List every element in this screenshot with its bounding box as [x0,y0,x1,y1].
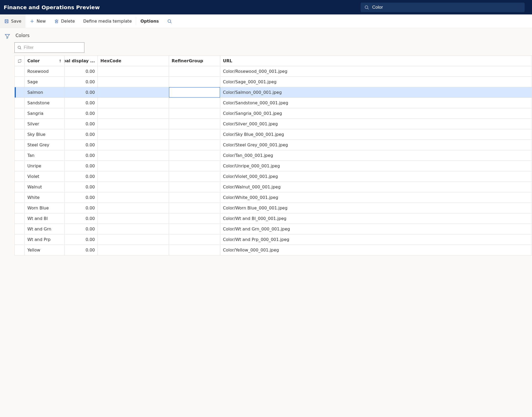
global-search-input[interactable] [372,5,521,10]
cell-refinergroup[interactable] [169,213,220,224]
cell-color[interactable]: Sky Blue [25,129,65,140]
cell-hexcode[interactable] [98,203,169,213]
table-row[interactable]: Violet0.00Color/Violet_000_001.jpeg [15,171,532,182]
cell-color[interactable]: White [25,192,65,203]
table-row[interactable]: Wt and Prp0.00Color/Wt and Prp_000_001.j… [15,234,532,245]
cell-hexcode[interactable] [98,119,169,129]
cell-url[interactable]: Color/Silver_000_001.jpeg [220,119,532,129]
row-selector[interactable] [15,129,25,140]
refresh-header[interactable] [15,56,25,66]
cell-display-order[interactable]: 0.00 [65,234,98,245]
cell-hexcode[interactable] [98,161,169,171]
cell-hexcode[interactable] [98,87,169,97]
row-selector[interactable] [15,182,25,192]
cell-hexcode[interactable] [98,234,169,245]
cell-refinergroup[interactable] [169,171,220,182]
cell-hexcode[interactable] [98,150,169,161]
cell-url[interactable]: Color/White_000_001.jpeg [220,192,532,203]
col-header-url[interactable]: URL [220,56,532,66]
table-row[interactable]: Wt and Bl0.00Color/Wt and Bl_000_001.jpe… [15,213,532,224]
cell-url[interactable]: Color/Wt and Grn_000_001.jpeg [220,224,532,234]
cell-display-order[interactable]: 0.00 [65,87,98,97]
cell-refinergroup[interactable] [169,234,220,245]
table-row[interactable]: Silver0.00Color/Silver_000_001.jpeg [15,119,532,129]
row-selector[interactable] [15,77,25,87]
cell-hexcode[interactable] [98,98,169,108]
cell-color[interactable]: Wt and Grn [25,224,65,234]
cell-refinergroup[interactable] [169,224,220,234]
table-row[interactable]: Sandstone0.00Color/Sandstone_000_001.jpe… [15,98,532,108]
cell-url[interactable]: Color/Rosewood_000_001.jpeg [220,66,532,76]
row-selector[interactable] [15,150,25,161]
table-row[interactable]: Rosewood0.00Color/Rosewood_000_001.jpeg [15,66,532,77]
cell-url[interactable]: Color/Sky Blue_000_001.jpeg [220,129,532,140]
cell-refinergroup[interactable] [169,66,220,76]
cell-color[interactable]: Yellow [25,245,65,255]
cell-hexcode[interactable] [98,77,169,87]
row-selector[interactable] [15,224,25,234]
new-button[interactable]: New [25,14,50,28]
cell-display-order[interactable]: 0.00 [65,66,98,76]
cell-hexcode[interactable] [98,213,169,224]
cell-display-order[interactable]: 0.00 [65,245,98,255]
row-selector[interactable] [15,245,25,255]
table-row[interactable]: Wt and Grn0.00Color/Wt and Grn_000_001.j… [15,224,532,234]
cell-display-order[interactable]: 0.00 [65,213,98,224]
global-search[interactable] [361,3,525,12]
cell-color[interactable]: Unripe [25,161,65,171]
cell-refinergroup[interactable] [169,129,220,140]
cell-url[interactable]: Color/Sandstone_000_001.jpeg [220,98,532,108]
cell-url[interactable]: Color/Tan_000_001.jpeg [220,150,532,161]
table-row[interactable]: Tan0.00Color/Tan_000_001.jpeg [15,150,532,161]
options-button[interactable]: Options [136,14,163,28]
cell-display-order[interactable]: 0.00 [65,224,98,234]
table-row[interactable]: Unripe0.00Color/Unripe_000_001.jpeg [15,161,532,171]
cell-hexcode[interactable] [98,245,169,255]
table-row[interactable]: White0.00Color/White_000_001.jpeg [15,192,532,203]
cell-hexcode[interactable] [98,182,169,192]
cell-color[interactable]: Silver [25,119,65,129]
table-row[interactable]: Sage0.00Color/Sage_000_001.jpeg [15,77,532,87]
cell-color[interactable]: Steel Grey [25,140,65,150]
cell-display-order[interactable]: 0.00 [65,129,98,140]
table-row[interactable]: Sky Blue0.00Color/Sky Blue_000_001.jpeg [15,129,532,140]
cell-color[interactable]: Tan [25,150,65,161]
cell-refinergroup[interactable] [169,203,220,213]
row-selector[interactable] [15,234,25,245]
cell-url[interactable]: Color/Wt and Bl_000_001.jpeg [220,213,532,224]
cell-display-order[interactable]: 0.00 [65,171,98,182]
row-selector[interactable] [15,203,25,213]
table-row[interactable]: Steel Grey0.00Color/Steel Grey_000_001.j… [15,140,532,150]
grid-filter-input[interactable] [24,45,81,50]
define-media-button[interactable]: Define media template [79,14,136,28]
col-header-hexcode[interactable]: HexCode [98,56,169,66]
row-selector[interactable] [15,98,25,108]
cell-display-order[interactable]: 0.00 [65,119,98,129]
col-header-color[interactable]: Color ↑ [25,56,65,66]
row-selector[interactable] [15,66,25,76]
cell-refinergroup[interactable] [169,119,220,129]
cell-refinergroup[interactable] [169,161,220,171]
col-header-refinergroup[interactable]: RefinerGroup [169,56,220,66]
save-button[interactable]: Save [0,14,25,28]
cell-hexcode[interactable] [98,140,169,150]
cell-url[interactable]: Color/Worn Blue_000_001.jpeg [220,203,532,213]
row-selector[interactable] [15,213,25,224]
cell-hexcode[interactable] [98,192,169,203]
row-selector[interactable] [15,140,25,150]
cell-display-order[interactable]: 0.00 [65,108,98,119]
cell-display-order[interactable]: 0.00 [65,77,98,87]
cell-url[interactable]: Color/Unripe_000_001.jpeg [220,161,532,171]
delete-button[interactable]: Delete [50,14,79,28]
cell-url[interactable]: Color/Salmon_000_001.jpeg [220,87,532,97]
cell-url[interactable]: Color/Sangria_000_001.jpeg [220,108,532,119]
row-selector[interactable] [15,87,25,97]
cell-display-order[interactable]: 0.00 [65,161,98,171]
cell-hexcode[interactable] [98,66,169,76]
cell-url[interactable]: Color/Steel Grey_000_001.jpeg [220,140,532,150]
cell-color[interactable]: Wt and Bl [25,213,65,224]
cell-color[interactable]: Sandstone [25,98,65,108]
cell-refinergroup[interactable] [169,77,220,87]
cell-color[interactable]: Sage [25,77,65,87]
cell-color[interactable]: Violet [25,171,65,182]
